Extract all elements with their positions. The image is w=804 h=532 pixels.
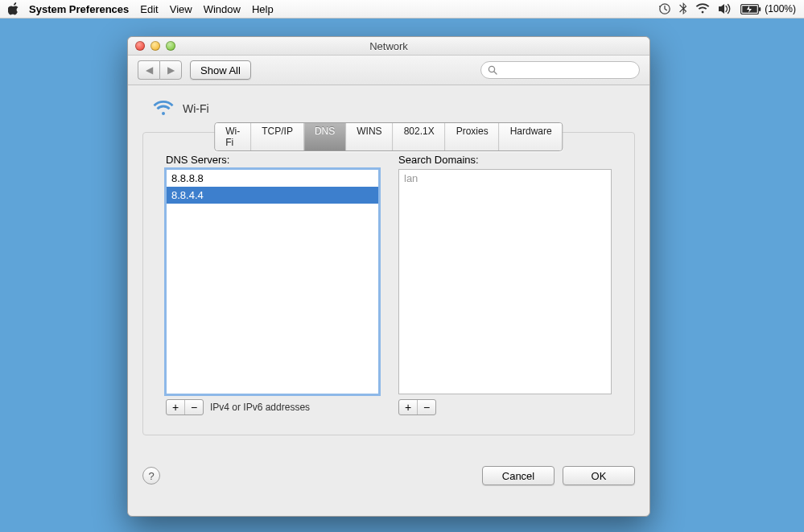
dns-add-remove: + − — [166, 399, 204, 415]
battery-icon[interactable] — [740, 4, 761, 14]
window-titlebar[interactable]: Network — [128, 37, 649, 56]
menu-help[interactable]: Help — [252, 3, 274, 15]
menubar: System Preferences Edit View Window Help… — [0, 0, 804, 19]
dns-remove-button[interactable]: − — [185, 400, 203, 414]
dns-hint: IPv4 or IPv6 addresses — [210, 402, 310, 413]
tab-tcpip[interactable]: TCP/IP — [251, 123, 304, 151]
ok-label: OK — [592, 470, 607, 482]
search-domain-add-button[interactable]: + — [399, 400, 418, 414]
tab-bar: Wi-Fi TCP/IP DNS WINS 802.1X Proxies Har… — [214, 122, 563, 151]
tab-wins[interactable]: WINS — [346, 123, 393, 151]
bluetooth-icon[interactable] — [679, 2, 687, 15]
menu-edit[interactable]: Edit — [140, 3, 158, 15]
search-domain-row[interactable]: lan — [399, 170, 611, 187]
interface-name: Wi-Fi — [183, 102, 209, 115]
search-icon — [488, 65, 497, 75]
search-domains-column: Search Domains: lan + − — [398, 154, 612, 415]
tab-dns[interactable]: DNS — [304, 123, 346, 151]
dns-add-button[interactable]: + — [167, 400, 185, 414]
app-name[interactable]: System Preferences — [29, 3, 129, 15]
battery-percent: (100%) — [765, 3, 796, 14]
help-button[interactable]: ? — [142, 467, 160, 485]
bottom-bar: ? Cancel OK — [142, 466, 635, 485]
window-title: Network — [128, 40, 649, 52]
tab-proxies[interactable]: Proxies — [446, 123, 500, 151]
cancel-label: Cancel — [502, 470, 534, 482]
dns-servers-list[interactable]: 8.8.8.8 8.8.4.4 — [166, 169, 379, 394]
dns-row[interactable]: 8.8.4.4 — [167, 187, 378, 204]
forward-button[interactable]: ▶ — [159, 60, 182, 80]
window-content: Wi-Fi Wi-Fi TCP/IP DNS WINS 802.1X Proxi… — [128, 85, 649, 497]
search-domain-remove-button[interactable]: − — [418, 400, 435, 414]
desktop: Network ◀ ▶ Show All Wi-Fi Wi-Fi — [0, 19, 804, 532]
window-toolbar: ◀ ▶ Show All — [128, 56, 649, 85]
tab-hardware[interactable]: Hardware — [500, 123, 563, 151]
svg-rect-2 — [759, 7, 761, 11]
interface-header: Wi-Fi — [152, 100, 635, 118]
search-domains-list[interactable]: lan — [398, 169, 612, 394]
dns-row[interactable]: 8.8.8.8 — [167, 170, 378, 187]
volume-icon[interactable] — [718, 3, 732, 14]
wifi-interface-icon — [152, 100, 175, 118]
dns-servers-header: DNS Servers: — [166, 154, 379, 166]
cancel-button[interactable]: Cancel — [482, 466, 555, 485]
search-domains-header: Search Domains: — [398, 154, 612, 166]
show-all-label: Show All — [200, 64, 241, 76]
time-machine-icon[interactable] — [658, 2, 671, 15]
tab-wifi[interactable]: Wi-Fi — [215, 123, 251, 151]
ok-button[interactable]: OK — [563, 466, 635, 485]
tab-8021x[interactable]: 802.1X — [394, 123, 446, 151]
wifi-icon[interactable] — [695, 3, 710, 14]
apple-menu-icon[interactable] — [8, 2, 19, 15]
menu-view[interactable]: View — [170, 3, 192, 15]
search-domains-add-remove: + − — [398, 399, 436, 415]
dns-servers-column: DNS Servers: 8.8.8.8 8.8.4.4 + − IPv4 — [166, 154, 379, 415]
search-field[interactable] — [480, 61, 640, 79]
settings-sheet: Wi-Fi TCP/IP DNS WINS 802.1X Proxies Har… — [142, 132, 635, 435]
preferences-window: Network ◀ ▶ Show All Wi-Fi Wi-Fi — [127, 36, 650, 517]
show-all-button[interactable]: Show All — [190, 60, 251, 80]
menu-window[interactable]: Window — [204, 3, 241, 15]
svg-point-4 — [489, 66, 494, 72]
nav-back-forward: ◀ ▶ — [138, 60, 182, 80]
back-button[interactable]: ◀ — [138, 60, 159, 80]
